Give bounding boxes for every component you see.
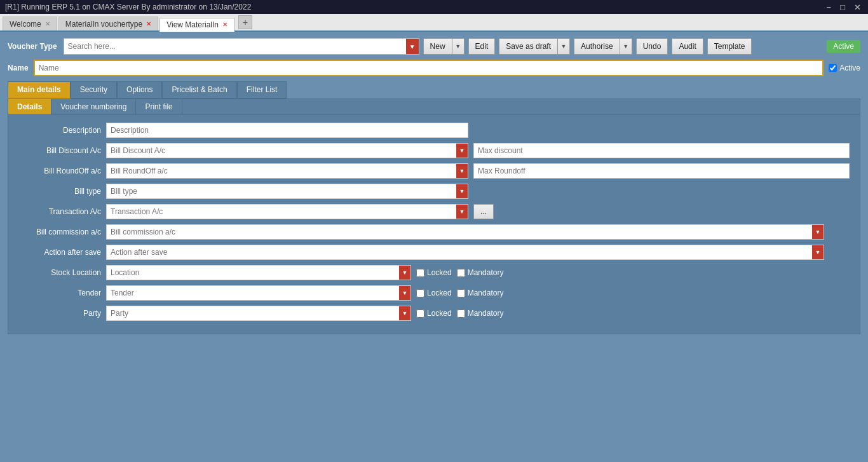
party-mandatory-checkbox[interactable] <box>457 309 465 318</box>
tab-materialin-vouchertype[interactable]: MaterialIn vouchertype ✕ <box>58 17 158 31</box>
inner-tab-details[interactable]: Details <box>8 99 51 114</box>
bill-roundoff-combo: ▼ <box>106 163 468 179</box>
tender-locked-checkbox[interactable] <box>416 289 424 297</box>
inner-tab-voucher-numbering[interactable]: Voucher numbering <box>51 99 136 114</box>
tab-view-materialin[interactable]: View MaterialIn ✕ <box>159 18 234 32</box>
save-as-draft-arrow[interactable]: ▼ <box>558 39 569 54</box>
bill-commission-arrow[interactable]: ▼ <box>812 225 824 239</box>
save-as-draft-button[interactable]: Save as draft <box>499 39 558 54</box>
new-button[interactable]: New <box>424 39 452 54</box>
tender-mandatory-checkbox[interactable] <box>457 289 465 297</box>
stock-location-input[interactable] <box>107 267 399 278</box>
action-after-save-input[interactable] <box>107 247 812 258</box>
bill-commission-input[interactable] <box>107 226 812 238</box>
bill-discount-arrow[interactable]: ▼ <box>456 144 468 158</box>
tab-pricelist-batch[interactable]: Pricelist & Batch <box>162 81 236 99</box>
inner-tabs: Details Voucher numbering Print file <box>8 99 860 115</box>
bill-type-input[interactable] <box>107 186 456 197</box>
max-roundoff-input[interactable] <box>473 163 850 179</box>
active-checkbox-group: Active <box>829 60 860 76</box>
bill-discount-input[interactable] <box>107 145 456 156</box>
new-button-group: New ▼ <box>423 38 465 55</box>
party-combo: ▼ <box>106 306 411 321</box>
name-input[interactable] <box>34 60 824 76</box>
tab-welcome[interactable]: Welcome ✕ <box>3 17 57 31</box>
voucher-type-dropdown-arrow[interactable]: ▼ <box>406 39 419 54</box>
bill-discount-row: Bill Discount A/c ▼ <box>18 143 850 158</box>
inner-panel: Details Voucher numbering Print file Des… <box>8 99 860 334</box>
party-arrow[interactable]: ▼ <box>399 306 410 320</box>
stock-location-mandatory-checkbox[interactable] <box>457 269 465 277</box>
tender-combo: ▼ <box>106 285 411 301</box>
bill-type-label: Bill type <box>18 187 101 196</box>
title-bar: [R1] Running ERP 5.1 on CMAX Server By a… <box>0 0 868 14</box>
transaction-ac-arrow[interactable]: ▼ <box>456 205 468 219</box>
transaction-ac-row: Transaction A/c ▼ ... <box>18 204 850 219</box>
new-button-arrow[interactable]: ▼ <box>452 39 464 54</box>
save-as-draft-button-group: Save as draft ▼ <box>499 38 570 55</box>
title-text: [R1] Running ERP 5.1 on CMAX Server By a… <box>5 3 251 11</box>
tab-welcome-close[interactable]: ✕ <box>45 20 50 27</box>
tab-view-materialin-close[interactable]: ✕ <box>222 21 227 28</box>
bill-type-arrow[interactable]: ▼ <box>456 184 468 198</box>
stock-location-locked-label: Locked <box>427 268 452 277</box>
bill-commission-label: Bill commission a/c <box>18 228 101 236</box>
max-discount-input[interactable] <box>473 143 850 158</box>
bill-type-row: Bill type ▼ <box>18 184 850 199</box>
section-tabs: Main details Security Options Pricelist … <box>8 81 860 99</box>
description-row: Description <box>18 123 850 138</box>
transaction-ac-label: Transaction A/c <box>18 207 101 216</box>
stock-location-locked-group: Locked <box>416 268 452 277</box>
action-after-save-arrow[interactable]: ▼ <box>812 245 824 259</box>
tab-welcome-label: Welcome <box>10 20 41 29</box>
party-mandatory-label: Mandatory <box>468 309 504 318</box>
close-button[interactable]: ✕ <box>852 3 863 12</box>
title-controls: − □ ✕ <box>825 3 863 12</box>
bill-discount-label: Bill Discount A/c <box>18 146 101 155</box>
description-input[interactable] <box>106 123 468 138</box>
party-input[interactable] <box>107 308 399 319</box>
stock-location-arrow[interactable]: ▼ <box>399 266 410 280</box>
party-locked-group: Locked <box>416 309 452 318</box>
stock-location-mandatory-group: Mandatory <box>457 268 504 277</box>
stock-location-locked-checkbox[interactable] <box>416 269 424 277</box>
edit-button[interactable]: Edit <box>468 38 496 55</box>
minimize-button[interactable]: − <box>825 3 834 12</box>
name-row: Name Active <box>8 60 860 76</box>
voucher-type-label: Voucher Type <box>8 42 57 51</box>
tender-label: Tender <box>18 289 101 297</box>
template-button[interactable]: Template <box>707 38 752 55</box>
action-after-save-row: Action after save ▼ <box>18 245 850 260</box>
tab-filter-list[interactable]: Filter List <box>237 81 287 99</box>
party-locked-checkbox[interactable] <box>416 309 424 318</box>
bill-roundoff-label: Bill RoundOff a/c <box>18 166 101 175</box>
tender-arrow[interactable]: ▼ <box>399 286 410 300</box>
tab-materialin-vouchertype-label: MaterialIn vouchertype <box>65 20 142 29</box>
bill-roundoff-arrow[interactable]: ▼ <box>456 164 468 178</box>
bill-roundoff-input[interactable] <box>107 165 456 177</box>
maximize-button[interactable]: □ <box>838 3 847 12</box>
tender-locked-group: Locked <box>416 289 452 297</box>
party-mandatory-group: Mandatory <box>457 309 504 318</box>
stock-location-combo: ▼ <box>106 265 411 280</box>
tab-main-details[interactable]: Main details <box>8 81 71 99</box>
party-row: Party ▼ Locked Mandatory <box>18 306 850 321</box>
transaction-ac-ellipsis[interactable]: ... <box>473 204 494 219</box>
tab-options[interactable]: Options <box>117 81 162 99</box>
tab-security[interactable]: Security <box>71 81 117 99</box>
undo-button[interactable]: Undo <box>636 38 668 55</box>
authorise-arrow[interactable]: ▼ <box>620 39 632 54</box>
tab-materialin-vouchertype-close[interactable]: ✕ <box>146 20 151 27</box>
stock-location-label: Stock Location <box>18 268 101 277</box>
active-checkbox[interactable] <box>829 60 837 76</box>
tender-input[interactable] <box>107 287 399 299</box>
audit-button[interactable]: Audit <box>672 38 703 55</box>
inner-tab-print-file[interactable]: Print file <box>136 99 182 114</box>
voucher-type-input[interactable] <box>64 41 406 52</box>
transaction-ac-input[interactable] <box>107 206 456 217</box>
tender-locked-label: Locked <box>427 289 452 297</box>
party-locked-label: Locked <box>427 309 452 318</box>
authorise-button[interactable]: Authorise <box>574 39 620 54</box>
action-after-save-label: Action after save <box>18 248 101 257</box>
tab-add-button[interactable]: + <box>238 15 252 29</box>
